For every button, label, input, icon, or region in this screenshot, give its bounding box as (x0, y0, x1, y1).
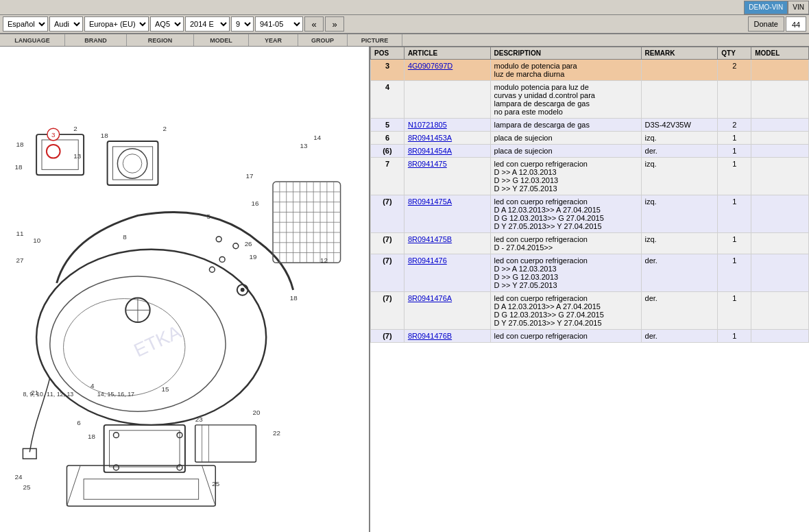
cell-pos: 5 (371, 119, 404, 132)
cell-model (751, 119, 809, 132)
cell-model (751, 158, 809, 195)
svg-text:26: 26 (245, 240, 252, 247)
cell-article[interactable]: 8R0941475A (404, 195, 490, 233)
svg-text:27: 27 (16, 256, 24, 264)
cell-article[interactable]: 8R0941475 (404, 158, 490, 195)
cell-model (751, 81, 809, 119)
cell-pos: (7) (371, 233, 404, 254)
cell-description: led con cuerpo refrigeracionD A 12.03.20… (490, 195, 641, 233)
cell-pos: (7) (371, 292, 404, 330)
cell-description: lampara de descarga de gas (490, 119, 641, 132)
svg-text:24: 24 (15, 473, 23, 481)
table-row: 4 modulo potencia para luz decurvas y un… (371, 81, 809, 119)
table-row: (7) 8R0941476 led con cuerpo refrigeraci… (371, 254, 809, 292)
svg-text:8, 9, 10, 11, 12, 13: 8, 9, 10, 11, 12, 13 (23, 391, 73, 398)
vin-button[interactable]: VIN (788, 1, 809, 14)
svg-text:4: 4 (90, 382, 95, 389)
cell-remark: izq. (641, 132, 718, 145)
main-content: 3 (0, 47, 809, 532)
cell-pos: 3 (371, 60, 404, 81)
svg-text:25: 25 (212, 480, 219, 487)
cell-qty (718, 81, 751, 119)
svg-text:3: 3 (51, 131, 56, 138)
svg-text:25: 25 (23, 483, 30, 491)
cell-pos: 6 (371, 132, 404, 145)
cell-article[interactable]: 8R0941454A (404, 145, 490, 158)
col-header-pos: POS (371, 47, 404, 60)
cell-article[interactable]: 8R0941475B (404, 233, 490, 254)
table-header-row: POS ARTICLE DESCRIPTION REMARK QTY MODEL (371, 47, 809, 60)
table-row: 3 4G0907697D modulo de potencia paraluz … (371, 60, 809, 81)
svg-text:13: 13 (300, 142, 307, 149)
donate-button[interactable]: Donate (748, 16, 784, 32)
svg-text:2: 2 (73, 125, 77, 132)
cell-description: placa de sujecion (490, 145, 641, 158)
cell-pos: (7) (371, 195, 404, 233)
cell-qty: 1 (718, 158, 751, 195)
svg-point-45 (241, 288, 245, 292)
cell-article[interactable]: 4G0907697D (404, 60, 490, 81)
cell-article[interactable]: N10721805 (404, 119, 490, 132)
cell-description: led con cuerpo refrigeracionD >> A 12.03… (490, 254, 641, 292)
nav-next-button[interactable]: » (325, 16, 344, 32)
svg-text:15: 15 (161, 385, 169, 393)
svg-text:18: 18 (15, 163, 23, 171)
filter-bar: Español Audi Europa+ (EU) AQ5 2014 E 9 9… (0, 15, 809, 34)
cell-model (751, 60, 809, 81)
svg-text:11: 11 (16, 230, 24, 237)
svg-text:18: 18 (88, 433, 95, 440)
region-label: REGION (127, 34, 194, 46)
svg-text:18: 18 (290, 294, 298, 302)
cell-description: led con cuerpo refrigeracionD A 12.03.20… (490, 292, 641, 330)
svg-rect-0 (3, 47, 361, 513)
language-select[interactable]: Español (3, 16, 48, 32)
cell-pos: (7) (371, 330, 404, 343)
cell-article[interactable]: 8R0941476 (404, 254, 490, 292)
brand-select[interactable]: Audi (49, 16, 83, 32)
cell-qty: 2 (718, 119, 751, 132)
group-label: GROUP (298, 34, 348, 46)
col-header-description: DESCRIPTION (490, 47, 641, 60)
model-label: MODEL (194, 34, 249, 46)
cell-remark: izq. (641, 158, 718, 195)
table-row: (7) 8R0941475A led con cuerpo refrigerac… (371, 195, 809, 233)
cell-description: placa de sujecion (490, 132, 641, 145)
cell-model (751, 145, 809, 158)
cell-article[interactable]: 8R0941476B (404, 330, 490, 343)
picture-select[interactable]: 941-05 (255, 16, 303, 32)
cell-remark (641, 81, 718, 119)
table-row: (7) 8R0941475B led con cuerpo refrigerac… (371, 233, 809, 254)
cell-remark: der. (641, 254, 718, 292)
table-row: 6 8R0941453A placa de sujecion izq. 1 (371, 132, 809, 145)
diagram-svg: 3 (0, 47, 363, 513)
nav-prev-button[interactable]: « (304, 16, 324, 32)
table-row: 7 8R0941475 led con cuerpo refrigeracion… (371, 158, 809, 195)
cell-model (751, 195, 809, 233)
svg-text:6: 6 (77, 419, 81, 426)
group-select[interactable]: 9 (231, 16, 254, 32)
cell-qty: 2 (718, 60, 751, 81)
demo-vin-button[interactable]: DEMO-VIN (744, 1, 788, 14)
svg-text:22: 22 (273, 429, 280, 437)
count-display: 44 (786, 16, 806, 32)
region-select[interactable]: Europa+ (EU) (84, 16, 149, 32)
cell-qty: 1 (718, 195, 751, 233)
table-panel: POS ARTICLE DESCRIPTION REMARK QTY MODEL… (370, 47, 809, 532)
cell-description: modulo de potencia paraluz de marcha diu… (490, 60, 641, 81)
cell-article[interactable]: 8R0941476A (404, 292, 490, 330)
year-select[interactable]: 2014 E (185, 16, 230, 32)
diagram-panel: 3 (0, 47, 370, 532)
model-select[interactable]: AQ5 (150, 16, 184, 32)
cell-remark (641, 60, 718, 81)
table-row: (7) 8R0941476B led con cuerpo refrigerac… (371, 330, 809, 343)
parts-table: POS ARTICLE DESCRIPTION REMARK QTY MODEL… (370, 47, 809, 343)
table-row: (6) 8R0941454A placa de sujecion der. 1 (371, 145, 809, 158)
cell-remark: der. (641, 145, 718, 158)
cell-model (751, 292, 809, 330)
cell-article[interactable] (404, 81, 490, 119)
cell-article[interactable]: 8R0941453A (404, 132, 490, 145)
cell-qty: 1 (718, 292, 751, 330)
year-label: YEAR (249, 34, 298, 46)
col-header-remark: REMARK (641, 47, 718, 60)
top-bar: DEMO-VIN VIN (0, 0, 809, 15)
